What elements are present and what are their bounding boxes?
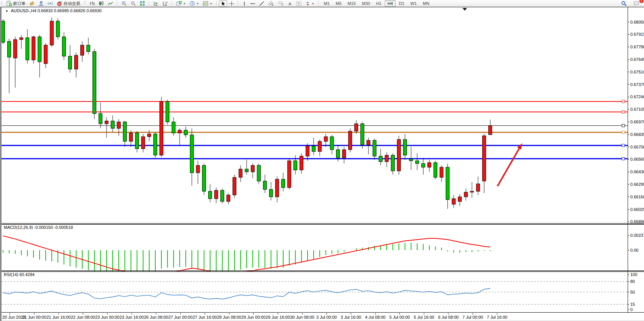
rsi-axis-tick: 0 [630, 307, 633, 312]
candle-body [20, 38, 23, 40]
macd-indicator-pane[interactable]: 0.0023760.00-0.003747 [2, 224, 644, 271]
chart-shift-button[interactable]: + [161, 0, 170, 7]
svg-text:F: F [282, 3, 283, 6]
time-axis-label: 30 Jun 08:00 [290, 315, 314, 319]
up-arrow-head [517, 143, 522, 150]
timeframe-m15[interactable]: M15 [345, 0, 358, 6]
timeframe-mn[interactable]: MN [420, 0, 432, 6]
candle-body [129, 133, 133, 141]
channel-icon: E [268, 1, 274, 6]
candle-body [324, 137, 328, 141]
candle-body [355, 124, 358, 131]
price-axis-tick: 0.67375 [630, 82, 644, 87]
time-axis-label: 27 Jun 16:00 [193, 315, 217, 319]
arrows-tool[interactable]: ▼ [303, 0, 316, 7]
timeframe-m1[interactable]: M1 [321, 0, 332, 6]
new-order-label: 新订单 [13, 1, 26, 6]
crosshair-tool-button[interactable] [227, 0, 236, 7]
zoom-out-button[interactable] [129, 0, 138, 7]
candle-body [282, 179, 285, 188]
profile-button[interactable] [37, 0, 46, 7]
arrows-icon [305, 1, 310, 6]
candle-body [111, 121, 115, 128]
candle-body [221, 190, 224, 201]
search-button[interactable] [619, 0, 629, 7]
price-axis-tick: 0.67510 [630, 70, 644, 74]
sound-icon [48, 1, 53, 6]
vertical-line-tool[interactable] [241, 0, 248, 7]
candle-body [32, 37, 35, 60]
line-chart-button[interactable] [106, 0, 115, 7]
cursor-tool-button[interactable] [219, 0, 227, 7]
time-axis-label: 5 Jul 16:00 [414, 315, 434, 319]
candle-body [166, 102, 169, 122]
chart-window: ▼ AUDUSD-,H4 0.66833 0.66995 0.66826 0.6… [0, 7, 644, 321]
candle-body [172, 122, 175, 133]
periods-button[interactable]: ▼ [188, 0, 201, 7]
candle-body [336, 150, 340, 158]
candle-body [300, 156, 303, 170]
candle-body [87, 45, 90, 51]
timeframe-w1[interactable]: W1 [408, 0, 419, 6]
candle-body [440, 167, 443, 177]
styler-button[interactable] [27, 0, 37, 7]
mt4-terminal: 新订单 [0, 0, 644, 321]
time-axis-label: 4 Jul 08:00 [365, 315, 386, 319]
zoom-in-button[interactable] [120, 0, 129, 7]
time-axis[interactable]: 20 Jun 202321 Jun 00:0021 Jun 16:0022 Ju… [2, 313, 644, 321]
svg-text:A: A [289, 2, 292, 6]
hline-handle [622, 111, 625, 113]
templates-button[interactable]: ▼ [201, 0, 214, 7]
timeframe-m30[interactable]: M30 [359, 0, 373, 6]
time-axis-label: 26 Jun 08:00 [144, 315, 168, 319]
new-order-button[interactable]: 新订单 [4, 0, 27, 7]
price-axis-tick: 0.68050 [630, 20, 644, 24]
sound-button[interactable] [46, 0, 55, 7]
rsi-indicator-pane[interactable]: 1008050150 [2, 271, 644, 313]
timeframe-d1[interactable]: D1 [396, 0, 407, 6]
timeframe-h4[interactable]: H4 [385, 0, 395, 6]
clock-icon [190, 1, 195, 6]
candle-body [178, 130, 182, 133]
price-axis-tick: 0.67780 [630, 45, 644, 49]
dropdown-caret-icon: ▼ [312, 2, 314, 5]
candle-body [8, 42, 11, 57]
candlestick-chart-button[interactable] [97, 0, 106, 7]
time-axis-label: 7 Jul 00:00 [462, 315, 483, 319]
candle-body [470, 191, 474, 192]
text-label-tool[interactable]: T [294, 0, 303, 7]
auto-scroll-icon [153, 1, 159, 6]
price-axis-tick: 0.67645 [630, 57, 644, 62]
rsi-indicator-label: RSI(14) 60.4284 [4, 272, 35, 277]
collapse-ohlc-icon[interactable]: ▼ [5, 10, 8, 13]
notifications-button[interactable]: 1 [632, 0, 642, 7]
fibonacci-tool[interactable]: F [276, 0, 286, 7]
toolbar-grip[interactable] [1, 1, 2, 6]
candle-body [202, 165, 206, 191]
candle-body [489, 126, 492, 135]
main-price-pane[interactable]: 0.680500.679150.677800.676450.675100.673… [2, 7, 644, 224]
candle-body [397, 139, 401, 171]
add-indicator-button[interactable]: ▼ [174, 0, 188, 7]
candle-body [75, 55, 78, 69]
time-axis-label: 29 Jun 00:00 [241, 315, 266, 319]
bar-chart-button[interactable] [88, 0, 97, 7]
auto-scroll-button[interactable] [151, 0, 161, 7]
price-axis-tick: 0.66160 [630, 195, 644, 199]
horizontal-line-tool[interactable] [248, 0, 257, 7]
text-tool[interactable]: A [286, 0, 294, 7]
timeframe-toolbar: M1M5M15M30H1H4D1W1MN [320, 0, 434, 7]
timeframe-m5[interactable]: M5 [333, 0, 344, 6]
time-axis-label: 28 Jun 08:00 [217, 315, 241, 319]
trendline-tool[interactable] [257, 0, 266, 7]
candle-body [239, 169, 242, 177]
toolbar-grip[interactable] [84, 1, 86, 6]
candle-body [403, 139, 407, 155]
auto-trading-button[interactable]: 自动交易 [55, 0, 82, 7]
equidistant-channel-tool[interactable]: E [266, 0, 276, 7]
macd-axis-tick: 0.00 [630, 248, 638, 252]
candle-body [477, 184, 480, 191]
timeframe-h1[interactable]: H1 [373, 0, 384, 6]
time-axis-label: 22 Jun 08:00 [71, 315, 95, 319]
tile-windows-button[interactable] [138, 0, 147, 7]
